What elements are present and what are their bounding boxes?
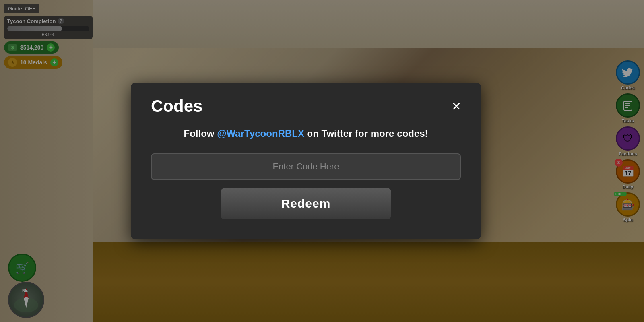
code-input[interactable] [151,153,461,180]
close-button[interactable]: × [452,99,461,114]
codes-modal: Codes × Follow @WarTycoonRBLX on Twitter… [131,83,481,239]
twitter-handle: @WarTycoonRBLX [217,128,304,139]
modal-overlay[interactable]: Codes × Follow @WarTycoonRBLX on Twitter… [0,0,644,322]
modal-header: Codes × [151,97,461,116]
subtitle-suffix: on Twitter for more codes! [304,128,428,139]
modal-subtitle: Follow @WarTycoonRBLX on Twitter for mor… [151,128,461,139]
redeem-button[interactable]: Redeem [221,188,391,219]
subtitle-prefix: Follow [184,128,217,139]
modal-title: Codes [151,97,202,116]
